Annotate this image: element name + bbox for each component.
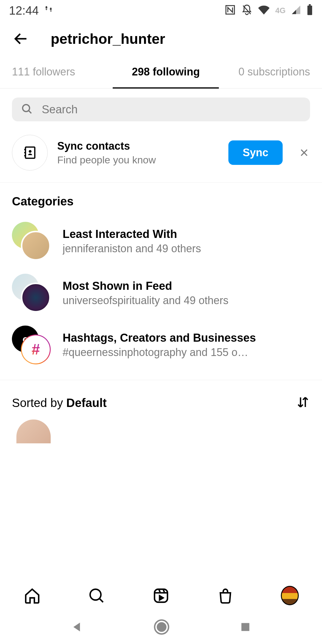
sorted-label: Sorted by Default bbox=[12, 396, 107, 410]
category-subtitle: universeofspirituality and 49 others bbox=[63, 294, 228, 307]
sort-button[interactable] bbox=[296, 395, 310, 411]
network-4g-icon: 4G bbox=[275, 6, 286, 15]
nav-profile[interactable] bbox=[281, 587, 299, 605]
header: petrichor_hunter bbox=[0, 21, 322, 57]
sorted-row: Sorted by Default bbox=[0, 380, 322, 419]
hashtag-icon: # bbox=[21, 335, 51, 364]
status-left: 12:44 bbox=[9, 4, 53, 17]
status-time: 12:44 bbox=[9, 4, 39, 17]
category-title: Most Shown in Feed bbox=[63, 280, 228, 292]
svg-point-5 bbox=[29, 150, 31, 153]
category-text: Hashtags, Creators and Businesses #queer… bbox=[63, 332, 256, 359]
sync-title: Sync contacts bbox=[57, 140, 219, 152]
search-container bbox=[0, 89, 322, 127]
contacts-icon bbox=[12, 135, 48, 171]
svg-rect-10 bbox=[242, 623, 250, 631]
avatar bbox=[21, 231, 51, 261]
bottom-nav bbox=[0, 580, 322, 611]
sorted-prefix: Sorted by bbox=[12, 396, 66, 409]
nav-search[interactable] bbox=[88, 587, 106, 605]
back-button[interactable] bbox=[12, 30, 30, 48]
avatar-stack: c # bbox=[12, 326, 51, 364]
category-subtitle: jenniferaniston and 49 others bbox=[63, 242, 201, 255]
category-text: Most Shown in Feed universeofspiritualit… bbox=[63, 280, 228, 307]
nav-shop[interactable] bbox=[216, 587, 234, 605]
close-sync-button[interactable] bbox=[298, 147, 310, 159]
search-icon bbox=[21, 103, 33, 116]
nav-reels[interactable] bbox=[152, 587, 170, 605]
battery-icon bbox=[306, 4, 313, 17]
category-hashtags[interactable]: c # Hashtags, Creators and Businesses #q… bbox=[0, 319, 322, 371]
list-item-avatar[interactable] bbox=[16, 419, 51, 443]
category-most-shown[interactable]: Most Shown in Feed universeofspiritualit… bbox=[0, 267, 322, 319]
status-bar: 12:44 4G bbox=[0, 0, 322, 21]
system-recent-button[interactable] bbox=[239, 621, 251, 634]
tab-following[interactable]: 298 following bbox=[113, 57, 219, 88]
tabs: 111 followers 298 following 0 subscripti… bbox=[0, 57, 322, 89]
category-title: Hashtags, Creators and Businesses bbox=[63, 332, 256, 344]
avatar bbox=[21, 283, 51, 312]
avatar-stack bbox=[12, 274, 51, 312]
search-box[interactable] bbox=[12, 97, 310, 121]
category-title: Least Interacted With bbox=[63, 228, 201, 241]
wifi-icon bbox=[258, 4, 270, 17]
page-title: petrichor_hunter bbox=[51, 31, 165, 47]
svg-rect-1 bbox=[307, 6, 312, 15]
svg-point-6 bbox=[90, 589, 101, 600]
svg-point-3 bbox=[23, 105, 30, 112]
category-subtitle: #queernessinphotography and 155 o… bbox=[63, 346, 256, 359]
categories-heading: Categories bbox=[0, 183, 322, 215]
status-right: 4G bbox=[225, 4, 313, 17]
svg-rect-7 bbox=[154, 589, 168, 602]
sync-button[interactable]: Sync bbox=[228, 140, 283, 165]
sorted-value: Default bbox=[66, 396, 107, 409]
nav-home[interactable] bbox=[23, 587, 41, 605]
system-nav bbox=[0, 611, 322, 644]
category-least-interacted[interactable]: Least Interacted With jenniferaniston an… bbox=[0, 215, 322, 267]
svg-point-9 bbox=[157, 623, 166, 631]
search-input[interactable] bbox=[42, 103, 301, 116]
tab-followers[interactable]: 111 followers bbox=[0, 57, 113, 88]
nfc-icon bbox=[225, 4, 236, 17]
sync-text: Sync contacts Find people you know bbox=[57, 140, 219, 166]
avatar-stack bbox=[12, 222, 51, 261]
mute-icon bbox=[241, 4, 253, 17]
footsteps-icon bbox=[44, 4, 53, 17]
signal-icon bbox=[291, 5, 301, 16]
system-home-button[interactable] bbox=[153, 619, 170, 637]
svg-rect-2 bbox=[309, 4, 311, 6]
tab-subscriptions[interactable]: 0 subscriptions bbox=[219, 57, 322, 88]
sync-contacts-banner: Sync contacts Find people you know Sync bbox=[0, 127, 322, 183]
sync-subtitle: Find people you know bbox=[57, 154, 219, 166]
category-text: Least Interacted With jenniferaniston an… bbox=[63, 228, 201, 255]
profile-avatar bbox=[281, 586, 299, 605]
system-back-button[interactable] bbox=[71, 620, 84, 635]
